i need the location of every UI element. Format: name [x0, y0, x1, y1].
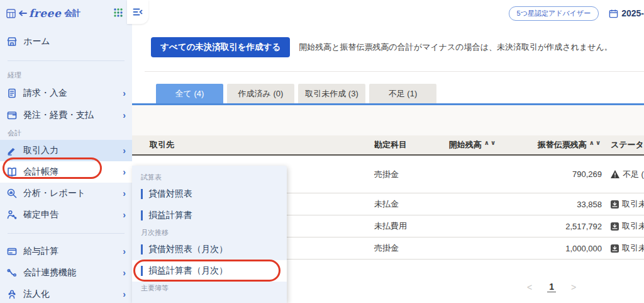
- cell-transfer-slip-balance: 2,517,792: [497, 222, 602, 231]
- apps-grid-button[interactable]: [113, 8, 123, 18]
- wallet-icon: [6, 110, 18, 121]
- submenu-group-monthly-trend: 月次推移: [132, 226, 287, 239]
- submenu-item-profit-loss[interactable]: 損益計算書: [132, 205, 287, 226]
- submenu-group-main-books: 主要簿等: [132, 282, 287, 294]
- sidebar-item-transaction-entry[interactable]: 取引入力 ›: [0, 140, 132, 161]
- column-header-transfer-slip-balance: 振替伝票残高 ∧∨: [497, 139, 602, 151]
- column-header-partner: 取引先: [132, 139, 374, 151]
- freee-logo[interactable]: freee 会計: [5, 7, 80, 20]
- sidebar-item-integration[interactable]: 会計連携機能 ›: [0, 262, 132, 283]
- report-icon: [6, 188, 18, 199]
- sidebar-item-accounting-ledger[interactable]: 会計帳簿 ›: [0, 161, 132, 183]
- sort-icons[interactable]: ∧∨: [484, 139, 497, 151]
- item-accent-bar: [141, 210, 143, 220]
- warning-icon: [611, 170, 619, 178]
- pen-icon: [6, 145, 18, 156]
- book-icon: [6, 166, 18, 178]
- sidebar-item-expense[interactable]: 発注・経費・支払 ›: [0, 104, 132, 126]
- item-accent-bar: [141, 189, 143, 199]
- sidebar-item-label: 法人化: [23, 289, 50, 300]
- sidebar-item-tax-return[interactable]: 確定申告 ›: [0, 204, 132, 226]
- transaction-pending-icon: [611, 244, 619, 253]
- calendar-icon: [609, 9, 618, 18]
- home-store-icon: [6, 36, 18, 47]
- submenu-item-label: 貸借対照表（月次）: [148, 244, 228, 255]
- status-badge: 不足 (4: [623, 169, 644, 180]
- link-icon: [6, 267, 18, 278]
- sidebar-item-label: 請求・入金: [23, 88, 67, 99]
- pagination: < 1 >: [527, 282, 576, 292]
- advisor-badge[interactable]: 5つ星認定アドバイザー: [509, 6, 599, 21]
- sidebar: freee 会計 ホーム 経理 請求・入金 ›: [0, 0, 132, 303]
- date-text: 2025-: [621, 8, 644, 18]
- toolbar-divider: [145, 71, 644, 72]
- status-badge: 取引未作: [622, 198, 644, 210]
- sidebar-item-payroll[interactable]: 給与計算 ›: [0, 241, 132, 262]
- table-header-row: 取引先 勘定科目 開始残高 ∧∨ 振替伝票残高 ∧∨ ステータス: [132, 135, 644, 156]
- sidebar-header: freee 会計: [0, 0, 132, 26]
- status-badge: 取引未作: [622, 243, 644, 254]
- sidebar-divider: [0, 226, 132, 241]
- sidebar-item-label: 会計連携機能: [23, 267, 76, 278]
- chevron-right-icon: ›: [123, 289, 126, 299]
- sidebar-section-kaikei: 会計: [0, 126, 132, 140]
- sidebar-item-incorporation[interactable]: 法人化 ›: [0, 283, 132, 303]
- tax-return-icon: [6, 209, 18, 220]
- sidebar-collapse-button[interactable]: [127, 0, 148, 24]
- sidebar-item-label: ホーム: [23, 36, 50, 47]
- chevron-right-icon: ›: [123, 210, 126, 220]
- submenu-item-label: 貸借対照表: [148, 188, 192, 200]
- cell-account: 売掛金: [374, 243, 447, 254]
- sidebar-item-label: 発注・経費・支払: [23, 110, 94, 121]
- pagination-next[interactable]: >: [571, 282, 576, 292]
- item-accent-bar: [141, 244, 143, 254]
- sidebar-item-reports[interactable]: 分析・レポート ›: [0, 183, 132, 204]
- calculator-icon: [5, 9, 16, 18]
- submenu-item-balance-sheet[interactable]: 貸借対照表: [132, 183, 287, 205]
- top-header: 5つ星認定アドバイザー 2025-: [132, 0, 644, 26]
- status-badge: 取引未作: [622, 220, 644, 232]
- chevron-right-icon: ›: [123, 146, 126, 156]
- sidebar-item-invoice[interactable]: 請求・入金 ›: [0, 82, 132, 104]
- sidebar-item-label: 給与計算: [23, 246, 58, 257]
- submenu-group-trial-balance: 試算表: [132, 171, 287, 183]
- cell-transfer-slip-balance: 790,269: [497, 169, 602, 179]
- sidebar-item-label: 会計帳簿: [23, 166, 58, 178]
- incorporation-icon: [6, 289, 18, 300]
- cell-account: 未払金: [374, 198, 447, 210]
- toolbar-note: 開始残高と振替伝票残高の合計がマイナスの場合は、未決済取引が作成されません。: [299, 42, 613, 53]
- column-header-status: ステータス: [602, 139, 644, 151]
- column-header-account: 勘定科目: [374, 139, 447, 151]
- tab-bar: 全て (4) 作成済み (0) 取引未作成 (3) 不足 (1): [156, 84, 436, 103]
- cell-account: 未払費用: [374, 220, 447, 232]
- chevron-right-icon: ›: [123, 110, 126, 120]
- pagination-prev[interactable]: <: [527, 282, 532, 292]
- cell-account: 売掛金: [374, 169, 447, 180]
- pagination-page-1[interactable]: 1: [547, 282, 556, 292]
- submenu-item-profit-loss-monthly[interactable]: 損益計算書（月次）: [132, 260, 287, 282]
- tab-all[interactable]: 全て (4): [156, 84, 223, 103]
- sidebar-item-label: 分析・レポート: [23, 188, 86, 199]
- chevron-right-icon: ›: [123, 268, 126, 278]
- sidebar-item-home[interactable]: ホーム: [0, 30, 132, 53]
- logo-product-text: 会計: [64, 8, 80, 19]
- submenu-item-label: 損益計算書（月次）: [148, 265, 228, 277]
- chevron-right-icon: ›: [123, 88, 126, 98]
- transaction-pending-icon: [611, 222, 619, 231]
- tab-not-created[interactable]: 取引未作成 (3): [298, 84, 365, 103]
- date-picker[interactable]: 2025-: [609, 8, 644, 18]
- submenu-item-balance-sheet-monthly[interactable]: 貸借対照表（月次）: [132, 239, 287, 260]
- tab-insufficient[interactable]: 不足 (1): [369, 84, 436, 103]
- invoice-icon: [6, 88, 18, 99]
- tab-created[interactable]: 作成済み (0): [227, 84, 294, 103]
- cell-transfer-slip-balance: 1,000,000: [497, 244, 602, 253]
- sidebar-section-keiri: 経理: [0, 68, 132, 82]
- cell-status: 不足 (4: [602, 169, 644, 180]
- chevron-right-icon: ›: [123, 188, 126, 198]
- cell-status: 取引未作: [602, 198, 644, 210]
- item-accent-bar: [141, 266, 143, 276]
- logo-brand-text: freee: [29, 7, 61, 20]
- ledger-submenu-popup: 試算表 貸借対照表 損益計算書 月次推移 貸借対照表（月次） 損益計算書（月次）…: [132, 166, 287, 303]
- sort-icons[interactable]: ∧∨: [589, 139, 602, 151]
- create-all-open-transactions-button[interactable]: すべての未決済取引を作成する: [151, 37, 290, 57]
